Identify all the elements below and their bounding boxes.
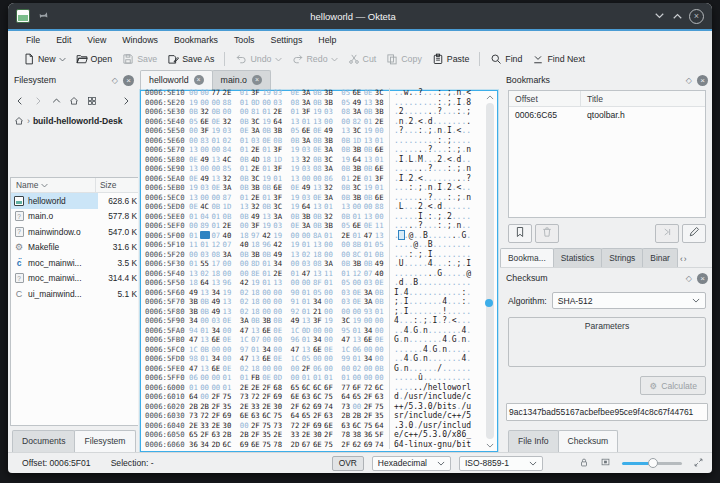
maximize-button[interactable]	[668, 8, 686, 24]
hex-byte[interactable]: 13	[352, 335, 363, 345]
ascii-column[interactable]: ..w..?...:.;.n.<	[389, 88, 471, 98]
hex-byte[interactable]: 13	[211, 155, 222, 165]
calculate-button[interactable]: ⚙ Calculate	[640, 376, 706, 395]
hex-byte[interactable]: 13	[240, 202, 251, 212]
hex-byte[interactable]: 01	[240, 88, 251, 98]
hex-byte[interactable]: 3C	[324, 155, 335, 165]
hex-byte[interactable]: 86	[324, 174, 335, 184]
hex-byte[interactable]: 3B	[352, 193, 363, 203]
hex-byte[interactable]: 65	[352, 392, 363, 402]
hex-byte[interactable]: 6E	[324, 421, 335, 431]
hex-byte[interactable]: 49	[200, 155, 211, 165]
hex-byte[interactable]: 3B	[302, 212, 313, 222]
hex-byte[interactable]: 98	[189, 354, 200, 364]
hex-row[interactable]: 0006:5F000107401897421900008A012E014713.…	[142, 231, 482, 241]
algorithm-select[interactable]: SHA-512	[552, 292, 706, 309]
hex-byte[interactable]: 65	[189, 430, 200, 440]
hex-byte[interactable]: 6E	[211, 364, 222, 374]
hex-byte[interactable]: 00	[313, 354, 324, 364]
hex-byte[interactable]: 01	[364, 117, 375, 127]
hex-row[interactable]: 0006:60402E332E30002F7573722F696E636C756…	[142, 421, 482, 431]
hex-byte[interactable]: 0B	[273, 316, 284, 326]
hex-byte[interactable]: 6E	[313, 345, 324, 355]
hex-byte[interactable]: 0E	[364, 88, 375, 98]
hex-row[interactable]: 0006:5F4013021800008E012E014713110112074…	[142, 269, 482, 279]
tool-tab-strings[interactable]: Strings	[601, 248, 643, 267]
hex-byte[interactable]: 11	[189, 240, 200, 250]
hex-byte[interactable]: 6E	[291, 392, 302, 402]
hex-byte[interactable]: 6E	[302, 126, 313, 136]
hex-byte[interactable]: 2E	[240, 383, 251, 393]
ascii-char[interactable]: .	[466, 155, 471, 165]
hex-byte[interactable]: 0B	[341, 145, 352, 155]
hex-byte[interactable]: 00	[375, 345, 386, 355]
hex-byte[interactable]: 18	[240, 231, 251, 241]
hex-byte[interactable]: 19	[273, 231, 284, 241]
hex-byte[interactable]: 0B	[240, 155, 251, 165]
hex-byte[interactable]: 00	[262, 307, 273, 317]
hex-byte[interactable]: 63	[211, 430, 222, 440]
hex-byte[interactable]: 19	[262, 88, 273, 98]
hex-byte[interactable]: 01	[302, 307, 313, 317]
hex-byte[interactable]: 07	[251, 335, 262, 345]
close-panel-icon[interactable]: ×	[697, 75, 708, 86]
hex-row[interactable]: 0006:5E9013000085012E013F1903083A0B3B0B6…	[142, 164, 482, 174]
hex-byte[interactable]: 00	[200, 193, 211, 203]
hex-byte[interactable]: 00	[273, 364, 284, 374]
hex-byte[interactable]: 2B	[223, 430, 234, 440]
zoom-slider-thumb[interactable]	[648, 458, 658, 468]
hex-byte[interactable]: 00	[364, 316, 375, 326]
hex-byte[interactable]: 0B	[313, 88, 324, 98]
hex-byte[interactable]: 2E	[223, 221, 234, 231]
hex-byte[interactable]: 00	[313, 174, 324, 184]
ascii-char[interactable]: ;	[466, 107, 471, 117]
hex-byte[interactable]: 0B	[313, 136, 324, 146]
close-panel-icon[interactable]: ×	[697, 273, 708, 284]
hex-byte[interactable]: 75	[324, 392, 335, 402]
ascii-char[interactable]: n	[466, 164, 471, 174]
hex-byte[interactable]: 00	[375, 354, 386, 364]
file-row-ui-mainwind-[interactable]: Cui_mainwind...5.1 K	[11, 286, 138, 302]
hex-byte[interactable]: 81	[251, 107, 262, 117]
hex-byte[interactable]: 49	[291, 316, 302, 326]
hex-byte[interactable]: 00	[375, 316, 386, 326]
hex-byte[interactable]: 13	[291, 155, 302, 165]
hex-byte[interactable]: 00	[352, 373, 363, 383]
menu-item-view[interactable]: View	[79, 33, 114, 47]
hex-byte[interactable]: 05	[302, 354, 313, 364]
ascii-column[interactable]: d./usr/include/c	[389, 392, 471, 402]
hex-row[interactable]: 0006:5E7013000084012E013F19030E3A0B3B0B6…	[142, 145, 482, 155]
hex-byte[interactable]: 00	[291, 231, 302, 241]
ascii-char[interactable]: <	[466, 88, 471, 98]
hex-byte[interactable]: 19	[189, 183, 200, 193]
ascii-char[interactable]: .	[466, 364, 471, 374]
hex-byte[interactable]: 03	[273, 88, 284, 98]
ascii-column[interactable]: ...:.;.n.I.2.<..	[389, 183, 471, 193]
hex-byte[interactable]: 01	[375, 136, 386, 146]
overwrite-toggle[interactable]: OVR	[332, 456, 364, 471]
hex-byte[interactable]: 13	[341, 202, 352, 212]
hex-byte[interactable]: 3F	[273, 193, 284, 203]
hex-byte[interactable]: 03	[341, 297, 352, 307]
menu-item-settings[interactable]: Settings	[263, 33, 311, 47]
hex-row[interactable]: 0006:5FD09801340047136E0E1C0500009901340…	[142, 354, 482, 364]
hex-byte[interactable]: 00	[324, 364, 335, 374]
hex-byte[interactable]: 00	[200, 373, 211, 383]
hex-byte[interactable]: 04	[200, 212, 211, 222]
hex-byte[interactable]: 2B	[352, 411, 363, 421]
hex-byte[interactable]: 05	[291, 126, 302, 136]
hex-byte[interactable]: 05	[341, 98, 352, 108]
hex-byte[interactable]: 49	[375, 259, 386, 269]
hex-editor-view[interactable]: 0006:5E100000772E013F19030E3A0B3B056E0E3…	[140, 90, 498, 452]
hex-byte[interactable]: 02	[352, 364, 363, 374]
dock-tab-checksum[interactable]: Checksum	[558, 430, 619, 452]
hex-byte[interactable]: 01	[364, 250, 375, 260]
save-button[interactable]: Save	[117, 50, 162, 68]
hex-byte[interactable]: 03	[223, 126, 234, 136]
hex-byte[interactable]: 01	[189, 212, 200, 222]
hex-byte[interactable]: 73	[189, 411, 200, 421]
hex-byte[interactable]: 32	[302, 155, 313, 165]
hex-byte[interactable]: FB	[251, 373, 262, 383]
hex-row[interactable]: 0006:5F703B0B49130218000091013400030E3A0…	[142, 297, 482, 307]
hex-byte[interactable]: 69	[223, 411, 234, 421]
